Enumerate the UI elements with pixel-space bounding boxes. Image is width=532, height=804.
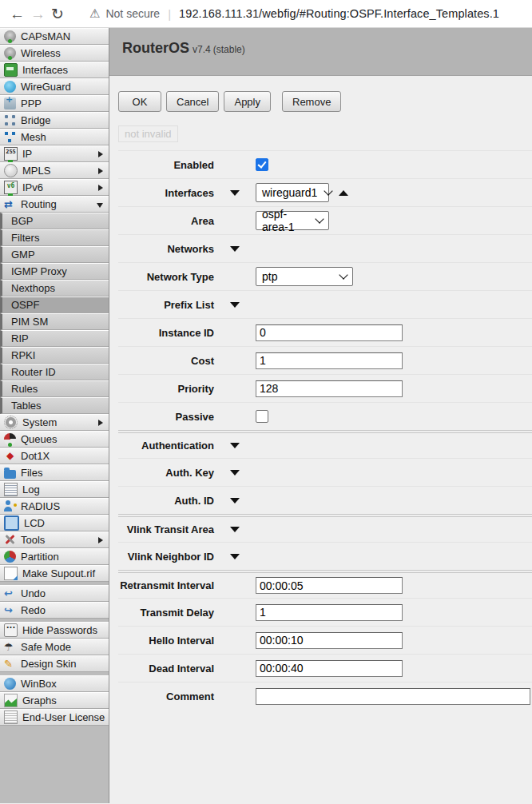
field-label-priority: Priority bbox=[118, 383, 214, 395]
sidebar-item-label: MPLS bbox=[22, 165, 50, 177]
sidebar-item-dot1x[interactable]: Dot1X bbox=[0, 448, 109, 464]
sidebar-item-ppp[interactable]: PPP bbox=[0, 95, 109, 112]
interfaces-select[interactable]: wireguard1 bbox=[256, 183, 329, 202]
sidebar-item-igmp-proxy[interactable]: IGMP Proxy bbox=[0, 263, 109, 280]
retransmit-interval-input[interactable] bbox=[256, 577, 403, 594]
security-label[interactable]: Not secure bbox=[105, 7, 160, 20]
sidebar-item-routing[interactable]: Routing bbox=[0, 196, 109, 213]
screenshot-root: ← → ↻ ⚠ Not secure | 192.168.111.31/webf… bbox=[0, 0, 532, 804]
submenu-arrow-icon bbox=[98, 420, 103, 426]
warning-triangle-icon[interactable]: ⚠ bbox=[89, 6, 100, 21]
sidebar-item-ospf[interactable]: OSPF bbox=[0, 297, 109, 313]
sidebar-item-nexthops[interactable]: Nexthops bbox=[0, 280, 109, 297]
expand-toggle-icon[interactable] bbox=[230, 554, 240, 559]
sidebar-item-bgp[interactable]: BGP bbox=[0, 213, 109, 229]
passive-checkbox[interactable] bbox=[256, 410, 268, 423]
reload-icon[interactable]: ↻ bbox=[51, 6, 72, 22]
sidebar-item-bridge[interactable]: Bridge bbox=[0, 112, 109, 129]
hello-interval-input[interactable] bbox=[256, 632, 403, 649]
expand-toggle-icon[interactable] bbox=[230, 302, 240, 308]
expand-toggle-icon[interactable] bbox=[230, 246, 240, 252]
sidebar-item-mesh[interactable]: Mesh bbox=[0, 129, 109, 145]
sidebar-item-files[interactable]: Files bbox=[0, 464, 109, 481]
priority-input[interactable] bbox=[256, 380, 403, 397]
expand-toggle-icon[interactable] bbox=[230, 470, 240, 476]
sidebar-item-ipv6[interactable]: IPv6 bbox=[0, 179, 109, 196]
expand-toggle-icon[interactable] bbox=[230, 498, 240, 503]
sidebar-item-label: Router ID bbox=[11, 366, 56, 378]
sidebar-item-radius[interactable]: RADIUS bbox=[0, 498, 109, 515]
transmit-delay-input[interactable] bbox=[256, 604, 403, 621]
sidebar-item-label: CAPsMAN bbox=[21, 30, 70, 42]
back-arrow-icon[interactable]: ← bbox=[10, 6, 30, 22]
sidebar-item-label: PIM SM bbox=[11, 316, 48, 328]
sidebar-item-wireguard[interactable]: WireGuard bbox=[0, 78, 109, 95]
sidebar-item-tools[interactable]: Tools bbox=[0, 531, 109, 548]
submenu-arrow-icon bbox=[98, 168, 103, 174]
enabled-checkbox[interactable] bbox=[256, 158, 268, 171]
sidebar-item-system[interactable]: System bbox=[0, 414, 109, 431]
expand-toggle-icon[interactable] bbox=[230, 190, 240, 196]
sidebar-item-label: Tools bbox=[21, 534, 45, 546]
sidebar-item-undo[interactable]: Undo bbox=[0, 585, 109, 602]
expand-toggle-icon[interactable] bbox=[230, 527, 240, 532]
field-label-enabled: Enabled bbox=[118, 159, 214, 171]
sidebar-item-ip[interactable]: IP bbox=[0, 145, 109, 162]
sidebar-item-redo[interactable]: Redo bbox=[0, 602, 109, 619]
sidebar-item-label: Graphs bbox=[22, 695, 57, 706]
sidebar-item-mpls[interactable]: MPLS bbox=[0, 162, 109, 179]
field-label-comment: Comment bbox=[118, 691, 214, 703]
cancel-button[interactable]: Cancel bbox=[166, 91, 219, 112]
expand-toggle-icon[interactable] bbox=[230, 443, 240, 448]
sidebar-item-gmp[interactable]: GMP bbox=[0, 246, 109, 263]
sidebar-item-graphs[interactable]: Graphs bbox=[0, 692, 109, 709]
sidebar-item-end-user-license[interactable]: End-User License bbox=[0, 709, 109, 726]
url-text[interactable]: 192.168.111.31/webfig/#Routing:OSPF.Inte… bbox=[179, 7, 499, 20]
control-cell bbox=[256, 688, 532, 705]
field-label-dead-interval: Dead Interval bbox=[118, 663, 214, 675]
sidebar-item-rpki[interactable]: RPKI bbox=[0, 347, 109, 364]
sidebar-item-tables[interactable]: Tables bbox=[0, 397, 109, 414]
sidebar-item-winbox[interactable]: WinBox bbox=[0, 675, 109, 692]
sidebar-item-design-skin[interactable]: Design Skin bbox=[0, 655, 109, 672]
field-label-instance-id: Instance ID bbox=[118, 327, 214, 339]
sidebar-item-label: Bridge bbox=[21, 114, 51, 126]
bridge-icon bbox=[4, 114, 16, 126]
apply-button[interactable]: Apply bbox=[224, 91, 271, 112]
sidebar-item-queues[interactable]: Queues bbox=[0, 431, 109, 448]
sidebar-item-rip[interactable]: RIP bbox=[0, 330, 109, 347]
sidebar-item-make-supout-rif[interactable]: Make Supout.rif bbox=[0, 565, 109, 582]
field-label-area: Area bbox=[118, 215, 214, 227]
dead-interval-input[interactable] bbox=[256, 660, 403, 677]
up-arrow-toggle-icon[interactable] bbox=[339, 190, 348, 196]
sidebar-item-label: Log bbox=[22, 484, 40, 496]
eul-icon bbox=[4, 710, 18, 724]
form-row-networks: Networks bbox=[118, 234, 532, 262]
cost-input[interactable] bbox=[256, 352, 403, 369]
remove-button[interactable]: Remove bbox=[282, 91, 341, 112]
instance-id-input[interactable] bbox=[256, 324, 403, 341]
capsman-icon bbox=[4, 30, 16, 42]
sidebar-item-hide-passwords[interactable]: Hide Passwords bbox=[0, 622, 109, 639]
area-select[interactable]: ospf-area-1 bbox=[256, 211, 329, 230]
comment-input[interactable] bbox=[256, 688, 530, 705]
tools-icon bbox=[4, 534, 16, 546]
ok-button[interactable]: OK bbox=[118, 91, 161, 112]
sidebar-item-label: Hide Passwords bbox=[22, 624, 97, 636]
sidebar-item-safe-mode[interactable]: Safe Mode bbox=[0, 639, 109, 655]
sidebar-item-interfaces[interactable]: Interfaces bbox=[0, 62, 109, 78]
sidebar-item-capsman[interactable]: CAPsMAN bbox=[0, 28, 109, 45]
forward-arrow-icon[interactable]: → bbox=[30, 6, 51, 22]
sidebar-item-log[interactable]: Log bbox=[0, 481, 109, 498]
network-type-select[interactable]: ptp bbox=[256, 267, 353, 286]
sidebar-item-router-id[interactable]: Router ID bbox=[0, 364, 109, 380]
sidebar-item-label: OSPF bbox=[11, 299, 39, 311]
routing-icon bbox=[4, 198, 16, 210]
sidebar-item-lcd[interactable]: LCD bbox=[0, 515, 109, 531]
sidebar-item-wireless[interactable]: Wireless bbox=[0, 45, 109, 62]
sidebar-item-rules[interactable]: Rules bbox=[0, 380, 109, 397]
sidebar-item-partition[interactable]: Partition bbox=[0, 548, 109, 565]
toggle-cell bbox=[214, 554, 256, 559]
sidebar-item-filters[interactable]: Filters bbox=[0, 229, 109, 246]
sidebar-item-pim-sm[interactable]: PIM SM bbox=[0, 313, 109, 330]
